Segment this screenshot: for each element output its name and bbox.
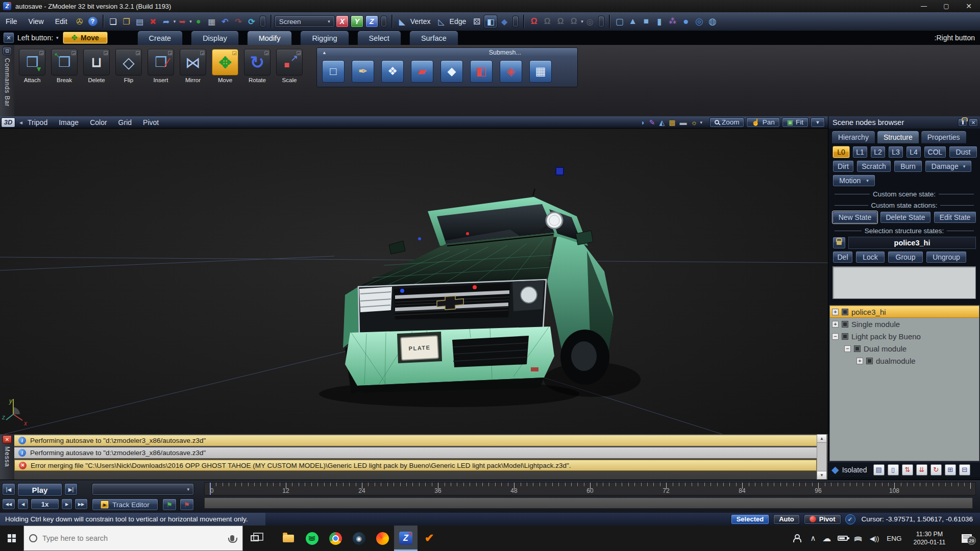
layer-burn-button[interactable]: Burn [894, 160, 922, 172]
close-panel-icon[interactable]: ✕ [969, 118, 978, 127]
tree-node-dual-module[interactable]: − Dual module [830, 342, 979, 355]
start-button[interactable] [0, 525, 23, 551]
screen-space-select[interactable]: Screen ▾ [275, 15, 335, 28]
range-end-flag-icon[interactable]: ⚑ [180, 498, 194, 511]
log-message-3[interactable]: ✕ Error merging file "C:\Users\Nick\Down… [14, 460, 817, 471]
tab-properties[interactable]: Properties [921, 131, 967, 144]
submesh-diamond-icon[interactable]: ◈ [500, 60, 522, 83]
polygon-mode-icon[interactable]: ◧ [484, 15, 497, 28]
timeline-track[interactable] [204, 497, 973, 509]
edge-mode-label[interactable]: Edge [450, 17, 467, 26]
viewport-mode-button[interactable]: 3D [1, 117, 15, 128]
timeline[interactable]: 0 12 24 36 48 60 72 84 96 108 [204, 482, 976, 511]
redo-icon[interactable]: ↷ [232, 15, 244, 28]
background-icon[interactable]: ▬ [680, 118, 687, 127]
tab-surface[interactable]: Surface [409, 31, 458, 45]
tree-node-dualmodule[interactable]: + dualmodule [830, 355, 979, 367]
axis-z-button[interactable]: Z [365, 15, 378, 28]
lod-l1-button[interactable]: L1 [852, 146, 868, 158]
taskbar-firefox[interactable] [371, 525, 394, 551]
submesh-panel-icon[interactable]: ▰ [411, 60, 433, 83]
tab-modify[interactable]: Modify [247, 31, 292, 45]
viewport-collapse-icon[interactable]: ▼ [811, 117, 825, 128]
fast-forward-button[interactable]: ▶▶ [75, 498, 88, 510]
taskbar-file-explorer[interactable] [277, 525, 300, 551]
snap-edge-icon[interactable]: Ω [554, 15, 567, 28]
taskbar-checkmark-app[interactable]: ✔ [418, 525, 441, 551]
speed-button[interactable]: 1x [31, 498, 59, 510]
expander-icon[interactable]: − [844, 345, 851, 352]
export-icon[interactable]: ➦ [160, 15, 173, 28]
tray-expand-button[interactable]: ∧ [806, 525, 820, 551]
snap-face-icon[interactable]: Ω [568, 15, 580, 28]
taskbar-zmodeler[interactable]: Z [394, 525, 418, 551]
menu-edit[interactable]: Edit [50, 15, 73, 28]
pin-icon[interactable]: ⊡ [3, 47, 12, 55]
language-tray[interactable]: ENG [883, 525, 905, 551]
selected-mode-button[interactable]: Selected [731, 514, 769, 524]
left-button-tool[interactable]: ✥ Move [63, 32, 108, 44]
scroll-down-icon[interactable]: ▼ [817, 471, 826, 479]
lod-dust-button[interactable]: Dust [949, 146, 977, 158]
tab-hierarchy[interactable]: Hierarchy [831, 131, 875, 144]
viewport-3d[interactable]: PLATE y z x [0, 129, 828, 434]
node-checkbox[interactable] [842, 309, 848, 315]
chevron-down-icon[interactable]: ▾ [963, 164, 966, 169]
taskbar-chrome[interactable] [324, 525, 347, 551]
play-button[interactable]: Play [17, 483, 62, 496]
search-bar[interactable] [23, 525, 243, 551]
expander-icon[interactable]: + [832, 309, 839, 315]
facet-icon[interactable]: ◭ [659, 118, 665, 127]
lod-l3-button[interactable]: L3 [888, 146, 903, 158]
del-button[interactable]: Del [832, 251, 853, 263]
menu-view[interactable]: View [23, 15, 50, 28]
viewport-menu-image[interactable]: Image [59, 118, 79, 127]
export-dropdown-icon[interactable]: ▾ [174, 19, 176, 24]
import-icon[interactable]: ➥ [176, 15, 188, 28]
wire-icon[interactable]: ✎ [649, 118, 655, 127]
axis-y-button[interactable]: Y [351, 15, 363, 28]
ungroup-button[interactable]: Ungroup [926, 251, 967, 263]
onedrive-tray[interactable]: ☁ [820, 525, 834, 551]
tool-scale[interactable]: ■↗◲ Scale [275, 49, 304, 83]
gizmo-handle[interactable] [556, 167, 564, 175]
viewport-menu-tripod[interactable]: Tripod [28, 118, 47, 127]
submesh-header[interactable]: ▲ Submesh... [317, 48, 577, 57]
expand-corner-icon[interactable]: ◲ [168, 50, 173, 56]
snap-vertex-icon[interactable]: Ω [541, 15, 553, 28]
sort-down-icon[interactable]: ⇊ [916, 464, 927, 475]
vertex-mode-label[interactable]: Vertex [410, 17, 431, 26]
toolbar-overflow-button[interactable] [512, 16, 519, 27]
new-state-button[interactable]: New State [832, 211, 877, 223]
group-button[interactable]: Group [888, 251, 923, 263]
save-icon[interactable]: ▤ [134, 15, 146, 28]
shading-icon[interactable]: ◗ [641, 118, 645, 127]
submesh-box-icon[interactable]: □ [322, 60, 345, 83]
battery-tray[interactable] [834, 525, 851, 551]
taskbar-steam[interactable]: ◉ [347, 525, 371, 551]
lock-state-icon[interactable] [832, 237, 846, 249]
cone-primitive-icon[interactable]: ▲ [627, 15, 639, 28]
viewport-menu-pivot[interactable]: Pivot [143, 118, 159, 127]
edit-state-button[interactable]: Edit State [934, 211, 976, 223]
tool-break[interactable]: ❒↖◲ Break [50, 49, 79, 83]
list-view-icon[interactable]: ▤ [873, 464, 885, 475]
viewport-canvas[interactable]: PLATE y z x [0, 129, 828, 434]
expand-corner-icon[interactable]: ◲ [136, 50, 140, 56]
tab-structure[interactable]: Structure [877, 131, 919, 144]
commands-bar-icon[interactable]: ✇ [74, 15, 86, 28]
material-icon[interactable]: ● [192, 15, 205, 28]
microphone-icon[interactable] [230, 535, 234, 541]
step-forward-button[interactable]: ▶ [61, 498, 72, 510]
geosphere-primitive-icon[interactable]: ◍ [706, 15, 719, 28]
fit-button[interactable]: ▣Fit [782, 117, 808, 128]
close-commands-icon[interactable]: ✕ [3, 32, 14, 43]
states-list[interactable] [832, 266, 976, 299]
torus-primitive-icon[interactable]: ◎ [693, 15, 705, 28]
tool-attach[interactable]: ❒▼◲ Attach [17, 49, 47, 83]
tree-node-police3-hi[interactable]: + police3_hi [830, 306, 979, 318]
collapse-icon[interactable]: ▲ [322, 50, 327, 55]
delete-icon[interactable]: ✖ [147, 15, 159, 28]
node-checkbox[interactable] [842, 321, 848, 328]
tree-node-light-pack[interactable]: − Light pack by Bueno [830, 330, 979, 342]
